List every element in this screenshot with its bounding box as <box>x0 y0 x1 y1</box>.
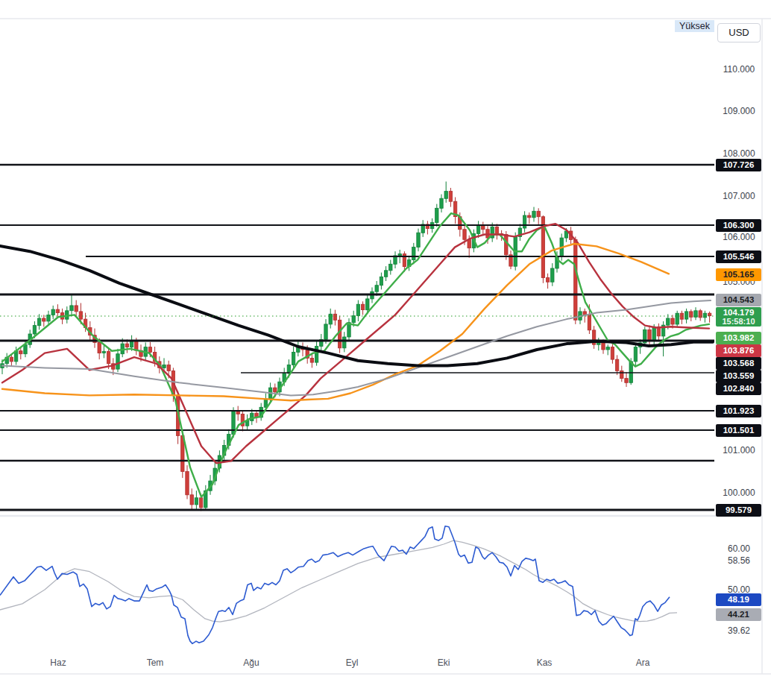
high-value-tag: Yüksek <box>675 20 714 32</box>
price-axis-label: 108.000 <box>716 148 762 159</box>
price-level-badge: 105.546 <box>716 250 761 263</box>
time-axis-label: Tem <box>147 658 164 668</box>
time-axis-label: Ara <box>636 658 650 668</box>
rsi-axis-label: 60.00 <box>716 543 762 554</box>
rsi-axis-label: 39.62 <box>716 625 762 636</box>
symbol-currency-button[interactable]: USD <box>717 23 761 42</box>
price-level-badge: 101.501 <box>716 424 761 437</box>
price-level-badge: 105.165 <box>716 268 761 281</box>
price-axis-label: 106.000 <box>716 232 762 242</box>
time-axis-label: Haz <box>50 658 66 668</box>
price-level-badge: 99.579 <box>716 504 761 517</box>
time-axis-label: Eki <box>438 658 450 668</box>
rsi-line <box>0 526 670 644</box>
rsi-axis-label: 58.56 <box>716 555 762 566</box>
price-level-badge: 107.726 <box>716 159 761 171</box>
ma-orange <box>2 244 669 400</box>
time-axis-label: Ağu <box>243 658 259 668</box>
price-level-badge: 104.543 <box>716 294 761 306</box>
price-chart-canvas[interactable] <box>0 0 771 700</box>
current-price-badge: 104.17915:58:10 <box>716 307 761 327</box>
bar-countdown: 15:58:10 <box>716 317 761 326</box>
price-axis-label: 101.000 <box>716 445 762 455</box>
time-axis-label: Eyl <box>346 658 359 668</box>
price-axis-label: 110.000 <box>716 64 762 75</box>
price-axis-label: 109.000 <box>716 106 762 116</box>
price-level-badge: 103.568 <box>716 357 761 370</box>
chart-root: Yüksek USD 110.000109.000108.000107.0001… <box>0 0 771 700</box>
price-level-badge: 103.559 <box>716 370 761 382</box>
time-axis-label: Kas <box>537 658 553 668</box>
price-axis-label: 100.000 <box>716 488 762 498</box>
price-level-badge: 101.923 <box>716 405 761 417</box>
rsi-value-badge: 48.19 <box>716 593 761 606</box>
price-axis-label: 107.000 <box>716 191 762 201</box>
current-price-value: 104.179 <box>716 308 761 317</box>
price-level-badge: 103.982 <box>716 332 761 344</box>
price-level-badge: 103.876 <box>716 344 761 357</box>
rsi-value-badge: 44.21 <box>716 608 761 621</box>
price-level-badge: 106.300 <box>716 219 761 232</box>
price-level-badge: 102.840 <box>716 382 761 395</box>
